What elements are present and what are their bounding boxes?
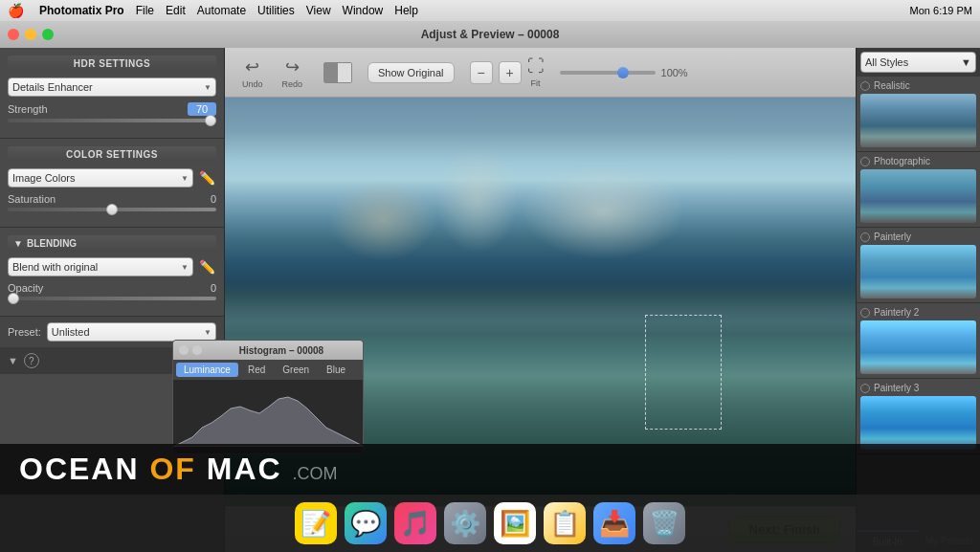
hist-tab-luminance[interactable]: Luminance [176,363,238,377]
dock-item-system-preferences[interactable]: ⚙️ [444,502,486,544]
watermark-ocean: OCEAN [19,452,140,486]
minimize-button[interactable] [25,29,36,40]
hist-tab-blue[interactable]: Blue [319,363,353,377]
style-radio-painterly [860,232,870,242]
hdr-method-dropdown[interactable]: Details Enhancer ▼ [8,77,216,97]
dock-item-notes2[interactable]: 📋 [544,502,586,544]
histogram-title: Histogram – 00008 [206,345,357,356]
strength-row: Strength 70 [8,102,216,116]
hist-minimize[interactable] [192,345,202,355]
style-radio-painterly3 [860,384,870,393]
toolbar: ↩ Undo ↪ Redo Show Original − + [225,48,856,98]
style-item-painterly[interactable]: Painterly [857,228,980,303]
histogram-window: Histogram – 00008 Luminance Red Green Bl… [172,340,364,454]
style-item-painterly2[interactable]: Painterly 2 [857,303,980,379]
style-item-realistic[interactable]: Realistic [857,77,980,152]
zoom-controls: − + ⛶ Fit [470,56,545,88]
strength-thumb[interactable] [205,115,216,126]
styles-dropdown[interactable]: All Styles ▼ [860,52,976,73]
watermark-of: OF [149,452,195,486]
color-settings-section: COLOR SETTINGS Image Colors ▼ ✏️ Saturat… [0,139,224,228]
redo-button[interactable]: ↪ Redo [277,53,309,93]
blend-icon[interactable]: ✏️ [197,257,216,276]
saturation-thumb[interactable] [106,204,118,215]
dock-item-messages[interactable]: 💬 [345,502,387,544]
blending-header: ▼ BLENDING [8,235,216,252]
undo-redo-group: ↩ Undo ↪ Redo [236,53,308,93]
help-button[interactable]: ? [24,353,39,368]
menu-bar-right: Mon 6:19 PM [910,5,972,16]
hist-tab-red[interactable]: Red [240,363,273,377]
zoom-slider[interactable] [560,71,656,75]
zoom-out-button[interactable]: − [470,61,493,84]
apple-menu[interactable]: 🍎 [8,3,24,18]
style-name-photographic: Photographic [874,156,930,166]
undo-icon: ↩ [245,56,259,77]
preset-value: Unlisted [52,326,90,338]
hdr-settings-header: HDR SETTINGS [8,55,216,72]
blend-method-row: Blend with original ▼ ✏️ [8,257,216,276]
histogram-tabs: Luminance Red Green Blue [173,360,363,380]
fit-label: Fit [531,78,541,88]
color-method-dropdown[interactable]: Image Colors ▼ [8,168,193,188]
strength-slider[interactable] [8,119,216,122]
watermark-mac: MAC [207,452,282,486]
saturation-slider[interactable] [8,208,216,211]
color-method-row: Image Colors ▼ ✏️ [8,168,216,188]
zoom-in-button[interactable]: + [499,61,522,84]
opacity-slider[interactable] [8,297,216,300]
watermark: OCEAN OF MAC .COM [0,444,980,495]
dock-item-music[interactable]: 🎵 [394,502,436,544]
color-eyedropper-icon[interactable]: ✏️ [197,168,216,188]
svg-marker-0 [173,397,363,447]
style-name-realistic: Realistic [874,80,910,91]
close-button[interactable] [8,29,19,40]
watermark-text: OCEAN OF MAC .COM [19,452,961,487]
maximize-button[interactable] [42,29,54,40]
menu-utilities[interactable]: Utilities [257,4,295,17]
show-original-button[interactable]: Show Original [368,62,454,83]
hist-close[interactable] [179,345,189,355]
dock-item-photos[interactable]: 🖼️ [494,502,536,544]
styles-dropdown-arrow: ▼ [961,56,971,68]
color-settings-header: COLOR SETTINGS [8,146,216,163]
preset-dropdown[interactable]: Unlisted ▼ [47,322,216,342]
menu-bar: 🍎 Photomatix Pro File Edit Automate Util… [0,0,980,21]
histogram-chart [173,380,363,447]
hdr-method-row: Details Enhancer ▼ [8,77,216,97]
menu-edit[interactable]: Edit [166,4,186,17]
undo-button[interactable]: ↩ Undo [236,53,269,93]
traffic-lights [8,29,54,40]
menu-window[interactable]: Window [343,4,384,17]
strength-value[interactable]: 70 [188,102,216,116]
blending-title: BLENDING [27,238,77,249]
menu-file[interactable]: File [136,4,154,17]
undo-label: Undo [242,79,263,89]
selection-box[interactable] [645,315,722,430]
dock-item-notes[interactable]: 📝 [295,502,337,544]
menu-view[interactable]: View [306,4,331,17]
fit-button[interactable]: ⛶ Fit [527,56,545,88]
style-radio-photographic [860,157,870,166]
dock-item-trash[interactable]: 🗑️ [643,502,685,544]
collapse-icon[interactable]: ▼ [8,355,18,366]
saturation-value: 0 [211,193,216,205]
style-item-photographic[interactable]: Photographic [857,152,980,228]
menu-help[interactable]: Help [394,4,418,17]
hist-tab-green[interactable]: Green [275,363,317,377]
zoom-thumb[interactable] [617,67,629,78]
style-radio-realistic [860,81,870,91]
styles-header: All Styles ▼ [857,48,980,77]
dock-item-airdrop[interactable]: 📥 [593,502,635,544]
blend-method-dropdown[interactable]: Blend with original ▼ [8,257,193,276]
zoom-percent: 100% [661,67,688,78]
style-name-painterly2: Painterly 2 [874,307,919,318]
app-name[interactable]: Photomatix Pro [39,4,124,17]
window-title: Adjust & Preview – 00008 [421,28,560,41]
menu-automate[interactable]: Automate [197,4,246,17]
opacity-thumb[interactable] [8,293,19,304]
before-after-toggle[interactable] [323,62,352,83]
style-thumb-painterly3 [860,396,976,450]
style-name-painterly: Painterly [874,232,911,242]
preset-label: Preset: [8,326,41,338]
